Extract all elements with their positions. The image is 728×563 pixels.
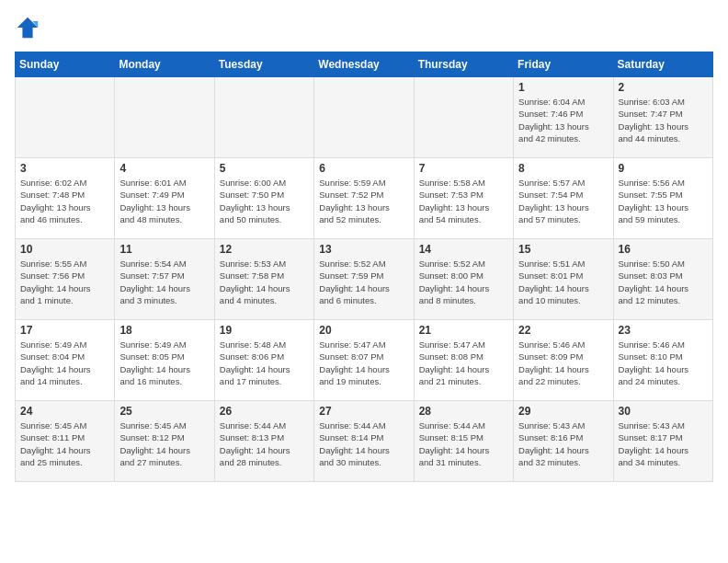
calendar-cell: 8Sunrise: 5:57 AMSunset: 7:54 PMDaylight… xyxy=(514,158,613,239)
day-number: 25 xyxy=(119,405,209,418)
header-tuesday: Tuesday xyxy=(214,52,313,77)
calendar-cell: 22Sunrise: 5:46 AMSunset: 8:09 PMDayligh… xyxy=(514,320,613,401)
day-info: Sunrise: 5:58 AMSunset: 7:53 PMDaylight:… xyxy=(419,177,508,225)
day-number: 22 xyxy=(518,324,608,337)
calendar-cell: 27Sunrise: 5:44 AMSunset: 8:14 PMDayligh… xyxy=(314,401,414,482)
day-info: Sunrise: 5:48 AMSunset: 8:06 PMDaylight:… xyxy=(220,339,309,387)
calendar-cell xyxy=(414,77,513,158)
svg-marker-0 xyxy=(17,17,38,38)
calendar-cell: 18Sunrise: 5:49 AMSunset: 8:05 PMDayligh… xyxy=(115,320,214,401)
calendar-cell xyxy=(16,77,115,158)
calendar-cell: 14Sunrise: 5:52 AMSunset: 8:00 PMDayligh… xyxy=(414,239,513,320)
header-saturday: Saturday xyxy=(613,52,712,77)
day-info: Sunrise: 5:44 AMSunset: 8:13 PMDaylight:… xyxy=(220,419,309,468)
calendar-cell: 3Sunrise: 6:02 AMSunset: 7:48 PMDaylight… xyxy=(16,158,115,239)
calendar-cell xyxy=(314,77,414,158)
day-number: 4 xyxy=(119,162,209,175)
calendar-cell xyxy=(214,77,313,158)
day-info: Sunrise: 5:44 AMSunset: 8:14 PMDaylight:… xyxy=(319,419,408,468)
header-wednesday: Wednesday xyxy=(314,52,414,77)
calendar-cell: 30Sunrise: 5:43 AMSunset: 8:17 PMDayligh… xyxy=(613,401,712,482)
day-info: Sunrise: 5:46 AMSunset: 8:09 PMDaylight:… xyxy=(518,339,608,387)
calendar-cell: 23Sunrise: 5:46 AMSunset: 8:10 PMDayligh… xyxy=(613,320,712,401)
day-info: Sunrise: 6:02 AMSunset: 7:48 PMDaylight:… xyxy=(20,177,109,225)
day-number: 26 xyxy=(220,405,309,418)
calendar-week-2: 3Sunrise: 6:02 AMSunset: 7:48 PMDaylight… xyxy=(16,158,713,239)
day-number: 8 xyxy=(518,162,608,175)
day-info: Sunrise: 5:57 AMSunset: 7:54 PMDaylight:… xyxy=(518,177,608,225)
header-thursday: Thursday xyxy=(414,52,513,77)
day-info: Sunrise: 6:00 AMSunset: 7:50 PMDaylight:… xyxy=(220,177,309,225)
calendar-cell: 2Sunrise: 6:03 AMSunset: 7:47 PMDaylight… xyxy=(613,77,712,158)
calendar-cell: 10Sunrise: 5:55 AMSunset: 7:56 PMDayligh… xyxy=(16,239,115,320)
header-friday: Friday xyxy=(514,52,613,77)
calendar-cell: 24Sunrise: 5:45 AMSunset: 8:11 PMDayligh… xyxy=(16,401,115,482)
day-number: 3 xyxy=(20,162,109,175)
calendar-cell: 20Sunrise: 5:47 AMSunset: 8:07 PMDayligh… xyxy=(314,320,414,401)
page-header xyxy=(15,15,713,40)
day-number: 7 xyxy=(419,162,508,175)
day-info: Sunrise: 5:55 AMSunset: 7:56 PMDaylight:… xyxy=(20,258,109,306)
calendar-cell: 7Sunrise: 5:58 AMSunset: 7:53 PMDaylight… xyxy=(414,158,513,239)
day-info: Sunrise: 5:45 AMSunset: 8:11 PMDaylight:… xyxy=(20,419,109,468)
calendar-cell: 6Sunrise: 5:59 AMSunset: 7:52 PMDaylight… xyxy=(314,158,414,239)
day-number: 20 xyxy=(319,324,408,337)
day-info: Sunrise: 5:47 AMSunset: 8:07 PMDaylight:… xyxy=(319,339,408,387)
day-number: 27 xyxy=(319,405,408,418)
day-number: 6 xyxy=(319,162,408,175)
calendar-cell: 28Sunrise: 5:44 AMSunset: 8:15 PMDayligh… xyxy=(414,401,513,482)
day-number: 14 xyxy=(419,243,508,256)
header-sunday: Sunday xyxy=(16,52,115,77)
calendar-week-1: 1Sunrise: 6:04 AMSunset: 7:46 PMDaylight… xyxy=(16,77,713,158)
day-number: 19 xyxy=(220,324,309,337)
day-number: 23 xyxy=(619,324,708,337)
calendar-week-3: 10Sunrise: 5:55 AMSunset: 7:56 PMDayligh… xyxy=(16,239,713,320)
day-info: Sunrise: 5:50 AMSunset: 8:03 PMDaylight:… xyxy=(619,258,708,306)
day-number: 16 xyxy=(619,243,708,256)
calendar-cell: 16Sunrise: 5:50 AMSunset: 8:03 PMDayligh… xyxy=(613,239,712,320)
header-monday: Monday xyxy=(115,52,214,77)
day-info: Sunrise: 5:47 AMSunset: 8:08 PMDaylight:… xyxy=(419,339,508,387)
day-number: 29 xyxy=(518,405,608,418)
day-number: 15 xyxy=(518,243,608,256)
day-number: 12 xyxy=(220,243,309,256)
calendar-header-row: SundayMondayTuesdayWednesdayThursdayFrid… xyxy=(16,52,713,77)
day-info: Sunrise: 5:46 AMSunset: 8:10 PMDaylight:… xyxy=(619,339,708,387)
day-number: 28 xyxy=(419,405,508,418)
calendar-cell: 12Sunrise: 5:53 AMSunset: 7:58 PMDayligh… xyxy=(214,239,313,320)
calendar-cell xyxy=(115,77,214,158)
calendar-cell: 4Sunrise: 6:01 AMSunset: 7:49 PMDaylight… xyxy=(115,158,214,239)
day-info: Sunrise: 5:49 AMSunset: 8:04 PMDaylight:… xyxy=(20,339,109,387)
day-info: Sunrise: 6:03 AMSunset: 7:47 PMDaylight:… xyxy=(619,96,708,144)
calendar-week-5: 24Sunrise: 5:45 AMSunset: 8:11 PMDayligh… xyxy=(16,401,713,482)
calendar-cell: 26Sunrise: 5:44 AMSunset: 8:13 PMDayligh… xyxy=(214,401,313,482)
calendar-cell: 21Sunrise: 5:47 AMSunset: 8:08 PMDayligh… xyxy=(414,320,513,401)
day-number: 13 xyxy=(319,243,408,256)
day-info: Sunrise: 5:43 AMSunset: 8:16 PMDaylight:… xyxy=(518,419,608,468)
calendar-cell: 11Sunrise: 5:54 AMSunset: 7:57 PMDayligh… xyxy=(115,239,214,320)
day-info: Sunrise: 6:01 AMSunset: 7:49 PMDaylight:… xyxy=(119,177,209,225)
day-info: Sunrise: 6:04 AMSunset: 7:46 PMDaylight:… xyxy=(518,96,608,144)
day-info: Sunrise: 5:45 AMSunset: 8:12 PMDaylight:… xyxy=(119,419,209,468)
day-info: Sunrise: 5:49 AMSunset: 8:05 PMDaylight:… xyxy=(119,339,209,387)
day-number: 2 xyxy=(619,81,708,94)
day-info: Sunrise: 5:59 AMSunset: 7:52 PMDaylight:… xyxy=(319,177,408,225)
day-number: 11 xyxy=(119,243,209,256)
calendar-cell: 13Sunrise: 5:52 AMSunset: 7:59 PMDayligh… xyxy=(314,239,414,320)
calendar-cell: 29Sunrise: 5:43 AMSunset: 8:16 PMDayligh… xyxy=(514,401,613,482)
calendar-cell: 15Sunrise: 5:51 AMSunset: 8:01 PMDayligh… xyxy=(514,239,613,320)
day-number: 18 xyxy=(119,324,209,337)
day-info: Sunrise: 5:52 AMSunset: 8:00 PMDaylight:… xyxy=(419,258,508,306)
day-info: Sunrise: 5:52 AMSunset: 7:59 PMDaylight:… xyxy=(319,258,408,306)
day-info: Sunrise: 5:54 AMSunset: 7:57 PMDaylight:… xyxy=(119,258,209,306)
day-number: 5 xyxy=(220,162,309,175)
day-info: Sunrise: 5:44 AMSunset: 8:15 PMDaylight:… xyxy=(419,419,508,468)
day-info: Sunrise: 5:51 AMSunset: 8:01 PMDaylight:… xyxy=(518,258,608,306)
calendar-week-4: 17Sunrise: 5:49 AMSunset: 8:04 PMDayligh… xyxy=(16,320,713,401)
logo xyxy=(15,15,44,40)
day-number: 1 xyxy=(518,81,608,94)
calendar-table: SundayMondayTuesdayWednesdayThursdayFrid… xyxy=(15,52,713,482)
logo-icon xyxy=(15,15,40,40)
calendar-cell: 17Sunrise: 5:49 AMSunset: 8:04 PMDayligh… xyxy=(16,320,115,401)
day-number: 10 xyxy=(20,243,109,256)
